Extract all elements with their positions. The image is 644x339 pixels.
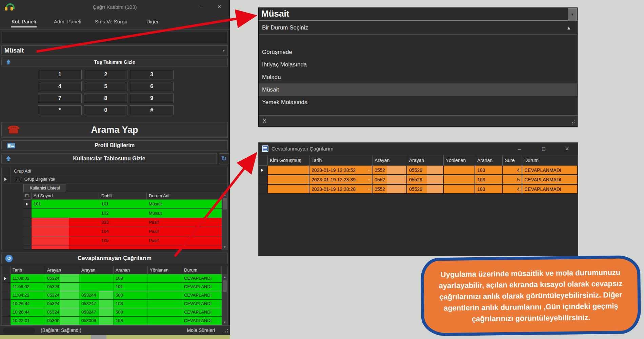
- key-1[interactable]: 1: [38, 70, 82, 79]
- column-header[interactable]: Yönlenen: [148, 266, 182, 274]
- row-selector: [259, 185, 268, 193]
- column-header[interactable]: Aranan: [114, 266, 148, 274]
- tab-kullanici-listesi[interactable]: Kullanici Listesi: [23, 184, 66, 192]
- cell: 11:04:22: [11, 291, 45, 299]
- scrollbar[interactable]: ▲ ▼: [222, 274, 227, 325]
- dropdown-button[interactable]: ▾: [568, 8, 577, 20]
- column-header[interactable]: Yönlenen: [444, 155, 475, 165]
- key-9[interactable]: 9: [130, 94, 174, 103]
- column-header[interactable]: Arayan: [79, 266, 114, 274]
- scrollbar-thumb[interactable]: [223, 198, 227, 210]
- status-select[interactable]: Müsait ▾: [1, 45, 228, 56]
- column-header[interactable]: Aranan: [475, 155, 503, 165]
- minimize-button[interactable]: –: [196, 2, 207, 12]
- column-header[interactable]: Ad Soyad: [32, 192, 99, 200]
- refresh-users-button[interactable]: ↻: [219, 153, 229, 164]
- keypad-toggle-button[interactable]: Tuş Takımını Gizle: [1, 58, 228, 66]
- column-header[interactable]: Arayan: [45, 266, 79, 274]
- table-row[interactable]: 10:26:44 05324 053247 500 CEVAPLANDI: [2, 308, 227, 317]
- cell: Müsait: [147, 200, 222, 208]
- group-row[interactable]: Grup Bilgisi Yok: [2, 175, 227, 183]
- table-row[interactable]: 2023-01-19 12:28:39▾ 0552 05529 103 5 CE…: [259, 175, 578, 185]
- option-musait[interactable]: Müsait: [259, 83, 577, 96]
- column-header[interactable]: Tarih: [309, 155, 373, 165]
- cell: 103: [475, 175, 503, 184]
- column-header[interactable]: Süre: [503, 155, 522, 165]
- scroll-up-icon[interactable]: ▲: [222, 274, 227, 280]
- key-hash[interactable]: #: [130, 105, 174, 115]
- close-button[interactable]: ×: [214, 2, 225, 12]
- close-button[interactable]: ×: [561, 144, 573, 154]
- scrollbar[interactable]: ▲ ▼: [222, 192, 227, 250]
- cell: [147, 245, 222, 249]
- table-row[interactable]: 11:08:02 05324 103 CEVAPLANDI: [2, 274, 227, 283]
- cell: CEVAPLANDI: [182, 291, 227, 299]
- column-header[interactable]: Kim Görüşmüş: [268, 155, 309, 165]
- key-0[interactable]: 0: [84, 105, 128, 115]
- column-header[interactable]: Tarih: [11, 266, 45, 274]
- resize-grip[interactable]: [570, 120, 575, 124]
- resize-grip[interactable]: [224, 329, 228, 333]
- cell: 101: [114, 283, 148, 291]
- dropdown-close-button[interactable]: X: [263, 116, 266, 126]
- option-gorusmede[interactable]: Görüşmede: [259, 46, 577, 58]
- key-6[interactable]: 6: [130, 82, 174, 91]
- break-times-link[interactable]: Mola Süreleri: [187, 326, 215, 335]
- table-row[interactable]: 104 Pasif: [23, 227, 222, 236]
- column-header[interactable]: Durum: [522, 155, 578, 165]
- key-8[interactable]: 8: [84, 94, 128, 103]
- table-row[interactable]: 10:22:01 05300 053009 103 CEVAPLANDI: [2, 317, 227, 325]
- cell: 05529: [407, 185, 444, 193]
- cell: 05300: [45, 317, 79, 325]
- table-row[interactable]: 102 Müsait: [23, 209, 222, 218]
- select-all-cell[interactable]: [23, 192, 32, 200]
- users-toggle-button[interactable]: Kullanıcılar Tablosunu Gizle: [1, 153, 217, 164]
- key-2[interactable]: 2: [84, 70, 128, 79]
- key-7[interactable]: 7: [38, 94, 82, 103]
- table-row[interactable]: 101 101 Müsait: [23, 200, 222, 209]
- option-molada[interactable]: Molada: [259, 71, 577, 83]
- tab-diger[interactable]: Diğer: [146, 14, 159, 30]
- cell: 053247: [79, 308, 114, 316]
- table-row[interactable]: 11:04:22 05324 053244 500 CEVAPLANDI: [2, 291, 227, 300]
- column-header[interactable]: Arayan: [373, 155, 407, 165]
- row-selector: [259, 166, 268, 174]
- option-yemek-molasinda[interactable]: Yemek Molasında: [259, 96, 577, 108]
- column-header[interactable]: Durum: [182, 266, 222, 274]
- dial-input[interactable]: [1, 31, 228, 43]
- table-row[interactable]: 10:26:44 05324 053247 103 CEVAPLANDI: [2, 300, 227, 308]
- table-row[interactable]: 2023-01-19 12:28:52▾ 0552 05529 103 4 CE…: [259, 166, 578, 175]
- row-marker-icon: [4, 277, 6, 280]
- cell: [32, 227, 99, 236]
- table-row[interactable]: 2023-01-19 12:28:28▾ 0552 05529 103 4 CE…: [259, 185, 578, 194]
- row-gutter: [2, 266, 11, 274]
- scroll-up-icon[interactable]: ▲: [222, 192, 227, 197]
- profile-button[interactable]: Profil Bilgilerim: [1, 140, 228, 151]
- tab-adm-paneli[interactable]: Adm. Paneli: [54, 14, 81, 30]
- maximize-button[interactable]: □: [538, 144, 549, 154]
- column-header[interactable]: Arayan: [407, 155, 444, 165]
- scroll-down-icon[interactable]: ▼: [222, 244, 227, 250]
- missed-calls-toggle-button[interactable]: ↺ Cevaplanmayan Çağrılarım: [1, 253, 228, 264]
- key-4[interactable]: 4: [38, 82, 82, 91]
- table-row[interactable]: 333 Pasif: [23, 218, 222, 227]
- minimize-button[interactable]: –: [514, 144, 525, 154]
- scroll-down-icon[interactable]: ▼: [222, 320, 227, 325]
- table-row-partial[interactable]: [23, 245, 222, 250]
- collapse-icon[interactable]: [16, 177, 20, 181]
- column-header[interactable]: Durum Adi: [147, 192, 222, 200]
- table-row[interactable]: 105 Pasif: [23, 236, 222, 245]
- cell: CEVAPLANDI: [182, 283, 227, 291]
- scrollbar-thumb[interactable]: [223, 280, 227, 292]
- cell: [79, 283, 114, 291]
- tab-kul-paneli[interactable]: Kul. Paneli: [12, 14, 36, 30]
- tab-sms-ve-sorgu[interactable]: Sms Ve Sorgu: [95, 14, 127, 30]
- table-row[interactable]: 11:08:02 05324 101 CEVAPLANDI: [2, 283, 227, 291]
- dropdown-placeholder-row[interactable]: Bir Durum Seçiniz ▲: [259, 21, 577, 35]
- key-3[interactable]: 3: [130, 70, 174, 79]
- option-ihtiyac-molasinda[interactable]: İhtiyaç Molasında: [259, 58, 577, 71]
- make-call-button[interactable]: ☎ Arama Yap: [1, 122, 228, 138]
- key-star[interactable]: *: [38, 105, 82, 115]
- column-header[interactable]: Dahili: [99, 192, 147, 200]
- key-5[interactable]: 5: [84, 82, 128, 91]
